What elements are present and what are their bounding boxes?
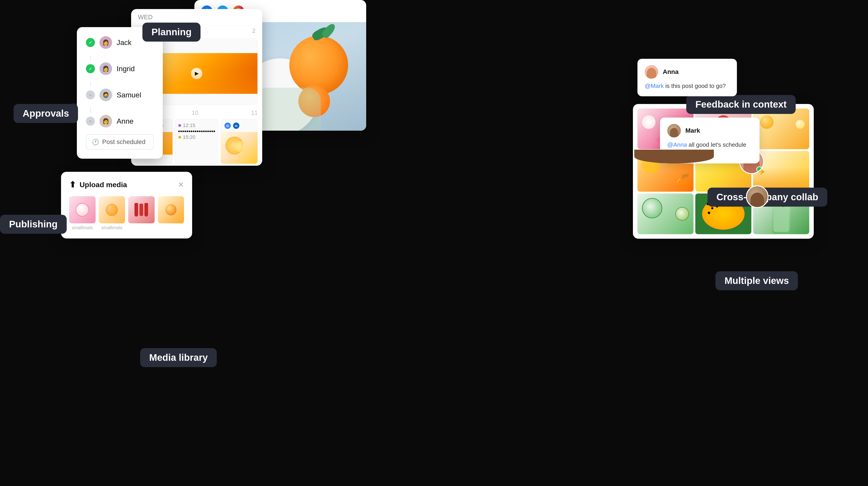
name-jack: Jack bbox=[117, 38, 131, 47]
check-icon-ingrid: ✓ bbox=[86, 64, 95, 73]
approvals-item-anne: ○ 👩 Anne bbox=[86, 115, 154, 127]
name-anne: Anne bbox=[117, 117, 133, 125]
upload-thumb-3[interactable] bbox=[128, 196, 155, 230]
collab-avatar-2 bbox=[746, 185, 769, 208]
check-icon-jack: ✓ bbox=[86, 38, 95, 47]
mark-username: Mark bbox=[685, 127, 700, 134]
upload-icon: ⬆ bbox=[69, 180, 76, 189]
upload-media-card: ⬆ Upload media ✕ smallimals smallimals bbox=[61, 172, 192, 239]
upload-label-2: smallimals bbox=[99, 225, 125, 230]
upload-label-1: smallimals bbox=[69, 225, 96, 230]
upload-grid: smallimals smallimals bbox=[69, 196, 184, 230]
cal-dot-purple bbox=[178, 124, 181, 127]
feedback-card-mark: Mark @Anna all good let's schedule it. bbox=[660, 118, 760, 163]
approvals-item-ingrid: ✓ 👩 Ingrid bbox=[86, 62, 154, 75]
check-icon-anne: ○ bbox=[86, 117, 95, 126]
mark-user-row: Mark bbox=[667, 124, 752, 138]
mark-avatar bbox=[667, 124, 681, 138]
anna-mention: @Mark bbox=[645, 83, 664, 89]
media-cell-7[interactable] bbox=[638, 193, 693, 234]
cal-num-11: 11 bbox=[251, 110, 258, 116]
avatar-ingrid: 👩 bbox=[99, 62, 112, 75]
upload-thumb-2[interactable]: smallimals bbox=[99, 196, 125, 230]
check-icon-samuel: ○ bbox=[86, 90, 95, 99]
anna-avatar bbox=[645, 65, 658, 79]
anna-message: @Mark is this post good to go? bbox=[645, 82, 730, 90]
cal-dot-yellow bbox=[178, 136, 181, 139]
upload-close-button[interactable]: ✕ bbox=[178, 180, 184, 189]
approvals-item-samuel: ○ 🧔 Samuel bbox=[86, 89, 154, 101]
post-scheduled-text: Post scheduled bbox=[102, 138, 145, 146]
multiple-views-label: Multiple views bbox=[715, 271, 798, 290]
linkedin-icon: in bbox=[233, 123, 239, 129]
feedback-in-context-label: Feedback in context bbox=[686, 95, 796, 114]
planning-label: Planning bbox=[143, 23, 200, 41]
name-samuel: Samuel bbox=[117, 91, 141, 99]
upload-thumb-1[interactable]: smallimals bbox=[69, 196, 96, 230]
clock-icon: 🕐 bbox=[92, 139, 99, 146]
upload-header: ⬆ Upload media ✕ bbox=[69, 180, 184, 189]
google-icon: G bbox=[224, 123, 231, 129]
name-ingrid: Ingrid bbox=[117, 65, 135, 73]
anna-username: Anna bbox=[663, 68, 679, 75]
media-library-label: Media library bbox=[140, 348, 217, 367]
media-cell-3[interactable] bbox=[753, 109, 809, 149]
avatar-anne: 👩 bbox=[99, 115, 112, 127]
publishing-label: Publishing bbox=[0, 215, 67, 234]
mark-mention: @Anna bbox=[667, 141, 687, 148]
approvals-label: Approvals bbox=[13, 104, 78, 123]
post-scheduled-badge: 🕐 Post scheduled bbox=[86, 134, 154, 150]
avatar-samuel: 🧔 bbox=[99, 89, 112, 101]
upload-title: ⬆ Upload media bbox=[69, 180, 127, 189]
approvals-card: ✓ 👩 Jack ✓ 👩 Ingrid ○ 🧔 Samuel ○ 👩 Anne … bbox=[77, 27, 163, 159]
avatar-jack: 👩 bbox=[99, 36, 112, 49]
cal-num-10: 10 bbox=[192, 110, 198, 116]
feedback-card-anna: Anna @Mark is this post good to go? bbox=[638, 59, 737, 96]
anna-user-row: Anna bbox=[645, 65, 730, 79]
upload-thumb-4[interactable] bbox=[158, 196, 184, 230]
